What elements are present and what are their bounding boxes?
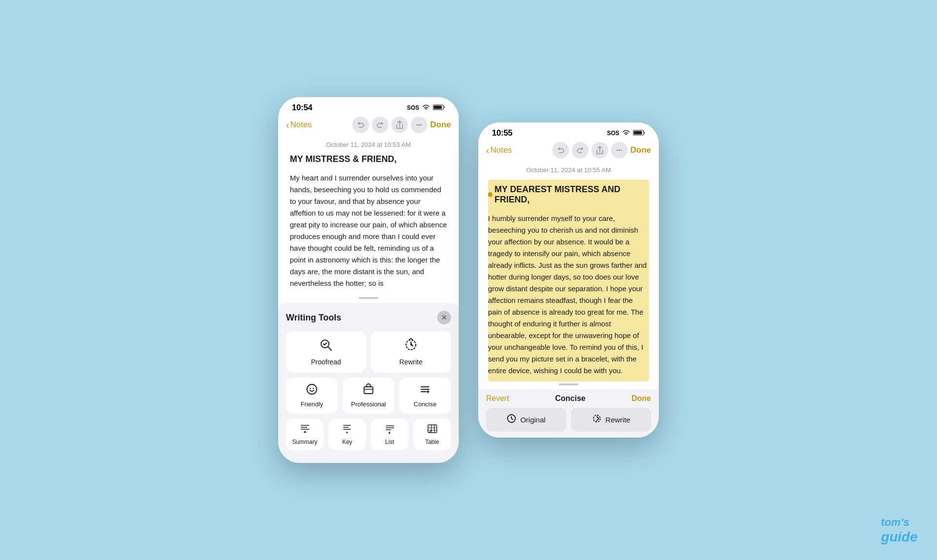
left-scroll-indicator: [359, 297, 378, 299]
svg-point-35: [618, 150, 620, 151]
right-sos: SOS: [607, 130, 619, 137]
right-more-button[interactable]: [611, 142, 628, 159]
original-button[interactable]: Original: [486, 408, 566, 432]
left-status-icons: SOS: [407, 104, 445, 112]
proofread-button[interactable]: Proofread: [286, 331, 366, 373]
left-battery-icon: [433, 104, 445, 112]
left-time: 10:54: [292, 103, 312, 113]
rewrite-buttons: Original Rewrite: [486, 408, 651, 432]
proofread-icon: [319, 338, 333, 355]
svg-rect-33: [634, 131, 642, 134]
table-button[interactable]: Table: [413, 419, 451, 450]
phones-container: 10:54 SOS ‹ Notes: [278, 97, 659, 463]
left-back-button[interactable]: ‹ Notes: [286, 120, 312, 130]
professional-icon: [363, 383, 374, 398]
professional-button[interactable]: Professional: [343, 378, 394, 414]
watermark-line1: tom's: [881, 516, 917, 529]
watermark-line2: guide: [881, 529, 917, 545]
list-button[interactable]: List: [371, 419, 408, 450]
left-done-button[interactable]: Done: [430, 120, 451, 130]
right-highlighted-block: MY DEAREST MISTRESS AND FRIEND, I humbly…: [488, 180, 649, 381]
left-note-body: My heart and I surrender ourselves into …: [290, 172, 447, 289]
svg-rect-1: [434, 105, 442, 109]
svg-rect-11: [364, 387, 373, 394]
original-icon: [507, 414, 516, 426]
right-back-button[interactable]: ‹ Notes: [486, 145, 512, 155]
watermark: tom's guide: [881, 516, 917, 545]
right-status-bar: 10:55 SOS: [478, 122, 659, 140]
left-phone: 10:54 SOS ‹ Notes: [278, 97, 459, 463]
concise-label: Concise: [414, 400, 437, 408]
rewrite-icon: [404, 338, 418, 355]
svg-point-10: [313, 388, 314, 389]
rewrite-action-button[interactable]: Rewrite: [571, 408, 651, 432]
left-note-content: October 11, 2024 at 10:53 AM MY MISTRESS…: [278, 137, 459, 297]
right-time: 10:55: [492, 128, 512, 138]
svg-point-2: [416, 124, 418, 126]
key-button[interactable]: Key: [328, 419, 366, 450]
right-battery-icon: [633, 130, 645, 137]
professional-label: Professional: [351, 400, 386, 408]
tools-row-2: Friendly Professional Concise: [286, 378, 451, 414]
right-back-chevron-icon: ‹: [486, 145, 489, 155]
right-notes-label: Notes: [490, 145, 512, 155]
friendly-button[interactable]: Friendly: [286, 378, 338, 414]
svg-point-4: [420, 124, 422, 126]
left-notes-label: Notes: [290, 120, 312, 130]
left-more-button[interactable]: [411, 117, 428, 133]
summary-button[interactable]: Summary: [286, 419, 324, 450]
left-undo-button[interactable]: [352, 117, 369, 133]
svg-rect-27: [428, 425, 437, 433]
concise-tab[interactable]: Concise: [555, 394, 585, 403]
concise-icon: [419, 383, 431, 398]
rewrite-tabs: Revert Concise Done: [486, 394, 651, 403]
key-icon: [343, 423, 352, 437]
svg-line-6: [328, 347, 331, 350]
original-label: Original: [520, 416, 546, 424]
svg-point-34: [616, 150, 618, 151]
rewrite-button[interactable]: Rewrite: [371, 331, 451, 373]
svg-point-3: [418, 124, 420, 126]
key-label: Key: [342, 439, 352, 445]
left-note-title: MY MISTRESS & FRIEND,: [290, 154, 447, 164]
friendly-icon: [306, 383, 318, 398]
right-phone: 10:55 SOS ‹ Notes: [478, 122, 659, 438]
tools-row-3: Summary Key List: [286, 419, 451, 450]
right-note-title: MY DEAREST MISTRESS AND FRIEND,: [488, 184, 647, 205]
left-note-date: October 11, 2024 at 10:53 AM: [290, 141, 447, 148]
left-redo-button[interactable]: [372, 117, 388, 133]
right-undo-button[interactable]: [552, 142, 569, 159]
writing-tools-header: Writing Tools ✕: [286, 311, 451, 324]
writing-tools-title: Writing Tools: [286, 313, 341, 323]
svg-point-8: [307, 384, 317, 394]
right-done-button[interactable]: Done: [631, 145, 652, 155]
list-icon: [385, 423, 395, 437]
svg-point-9: [310, 388, 311, 389]
right-note-content: October 11, 2024 at 10:55 AM MY DEAREST …: [478, 162, 659, 381]
summary-icon: [300, 423, 310, 437]
concise-button[interactable]: Concise: [399, 378, 451, 414]
left-back-chevron-icon: ‹: [286, 120, 289, 130]
tools-row-1: Proofread Rewrite: [286, 331, 451, 373]
right-nav-bar: ‹ Notes Done: [478, 140, 659, 162]
proofread-label: Proofread: [311, 358, 341, 366]
rewrite-label: Rewrite: [399, 358, 422, 366]
list-label: List: [385, 439, 394, 445]
left-share-button[interactable]: [391, 117, 408, 133]
right-redo-button[interactable]: [572, 142, 589, 159]
left-status-bar: 10:54 SOS: [278, 97, 459, 115]
summary-label: Summary: [292, 439, 317, 445]
writing-tools-close-button[interactable]: ✕: [437, 311, 451, 324]
rewrite-action-icon: [592, 414, 602, 426]
right-status-icons: SOS: [607, 130, 645, 137]
rewrite-done-button[interactable]: Done: [631, 394, 651, 403]
right-share-button[interactable]: [591, 142, 608, 159]
right-note-body: I humbly surrender myself to your care, …: [488, 213, 647, 377]
right-scroll-indicator: [559, 383, 578, 385]
writing-tools-panel: Writing Tools ✕ Proofread Rewrite: [278, 303, 459, 463]
cursor-dot: [488, 192, 492, 197]
revert-tab[interactable]: Revert: [486, 394, 509, 403]
left-sos: SOS: [407, 104, 419, 111]
table-label: Table: [425, 439, 439, 445]
left-nav-bar: ‹ Notes Done: [278, 115, 459, 137]
